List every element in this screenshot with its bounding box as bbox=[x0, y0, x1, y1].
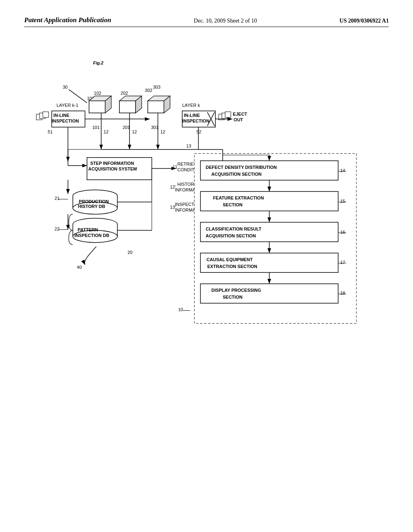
classification-result-box bbox=[200, 222, 338, 241]
label-201: 201 bbox=[123, 125, 130, 130]
inline-inspection-right-label2: INSPECTION bbox=[182, 118, 209, 123]
pattern-db-label2: INSPECTION DB bbox=[75, 233, 109, 238]
feature-extraction-label1: FEATURE EXTRACTION bbox=[213, 195, 264, 200]
display-processing-box bbox=[200, 284, 338, 303]
page: Patent Application Publication Dec. 10, … bbox=[0, 0, 413, 532]
label-12b: 12 bbox=[132, 129, 137, 134]
defect-density-label2: ACQUISITION SECTION bbox=[211, 172, 261, 177]
label-40: 40 bbox=[77, 265, 82, 270]
date-sheet-label: Dec. 10, 2009 Sheet 2 of 10 bbox=[194, 18, 257, 24]
label-12p: 12' bbox=[170, 185, 176, 189]
label-52: 52 bbox=[196, 129, 201, 134]
feature-extraction-label2: SECTION bbox=[223, 202, 242, 207]
step-info-label1: STEP INFORMATION bbox=[90, 161, 134, 166]
label-14: 14 bbox=[340, 168, 345, 173]
label-202: 202 bbox=[121, 91, 128, 96]
display-processing-label2: SECTION bbox=[223, 295, 242, 299]
label-12c: 12 bbox=[160, 129, 165, 134]
production-db-label1: PRODUCTION bbox=[79, 199, 109, 204]
inline-inspection-left-label: IN-LINE bbox=[53, 113, 69, 118]
label-12a: 12 bbox=[104, 129, 108, 134]
label-13: 13 bbox=[186, 143, 191, 148]
label-13p: 13' bbox=[170, 205, 176, 210]
label-51: 51 bbox=[48, 129, 52, 134]
label-102: 102 bbox=[94, 91, 101, 96]
svg-rect-5 bbox=[89, 101, 105, 113]
fig-label: Fig.2 bbox=[93, 60, 104, 65]
label-22: 22 bbox=[54, 227, 59, 231]
header: Patent Application Publication Dec. 10, … bbox=[24, 16, 389, 27]
classification-result-label1: CLASSIFICATION RESULT bbox=[206, 227, 261, 231]
label-11: 11 bbox=[173, 164, 177, 169]
svg-rect-3 bbox=[43, 112, 48, 117]
label-18: 18 bbox=[340, 291, 345, 295]
production-db-label2: HISTORY DB bbox=[78, 204, 105, 209]
diagram-area: Fig.2 30 LAYER k-1 IN-LINE INSPECTION 51… bbox=[24, 31, 389, 507]
defect-density-box bbox=[200, 161, 338, 180]
label-21: 21 bbox=[54, 196, 59, 201]
inline-inspection-right-label: IN-LINE bbox=[184, 113, 200, 118]
label-layer-k-minus-1: LAYER k-1 bbox=[56, 103, 78, 108]
label-20: 20 bbox=[127, 250, 132, 255]
defect-density-label1: DEFECT DENSITY DISTRIBUTION bbox=[206, 165, 277, 170]
svg-rect-8 bbox=[119, 101, 136, 113]
label-30: 30 bbox=[63, 85, 67, 89]
pattern-db-label1: PATTERN bbox=[78, 227, 98, 232]
label-303: 303 bbox=[153, 85, 160, 89]
label-eject: EJECT bbox=[233, 112, 247, 116]
svg-rect-11 bbox=[148, 101, 164, 113]
causal-equipment-label2: EXTRACTION SECTION bbox=[207, 264, 257, 269]
classification-result-label2: ACQUISITION SECTION bbox=[206, 233, 256, 238]
svg-rect-18 bbox=[225, 112, 231, 117]
svg-line-0 bbox=[69, 89, 87, 103]
label-16: 16 bbox=[340, 230, 345, 235]
label-layer-k: LAYER k bbox=[182, 103, 200, 108]
causal-equipment-box bbox=[200, 253, 338, 272]
causal-equipment-label1: CAUSAL EQUIPMENT bbox=[206, 257, 253, 262]
label-17: 17 bbox=[340, 260, 345, 265]
label-101: 101 bbox=[92, 125, 100, 130]
diagram-svg: Fig.2 30 LAYER k-1 IN-LINE INSPECTION 51… bbox=[24, 31, 389, 507]
inline-inspection-left-label2: INSPECTION bbox=[52, 118, 79, 123]
display-processing-label1: DISPLAY PROCESSING bbox=[211, 288, 261, 293]
step-info-label2: ACQUISITION SYSTEM bbox=[88, 166, 137, 171]
label-out: OUT bbox=[234, 117, 243, 122]
patent-number-label: US 2009/0306922 A1 bbox=[340, 18, 389, 24]
label-15: 15 bbox=[340, 199, 345, 204]
publication-label: Patent Application Publication bbox=[24, 16, 111, 24]
label-302: 302 bbox=[145, 88, 152, 93]
label-301: 301 bbox=[151, 125, 158, 130]
label-10: 10 bbox=[178, 307, 183, 312]
feature-extraction-box bbox=[200, 191, 338, 211]
